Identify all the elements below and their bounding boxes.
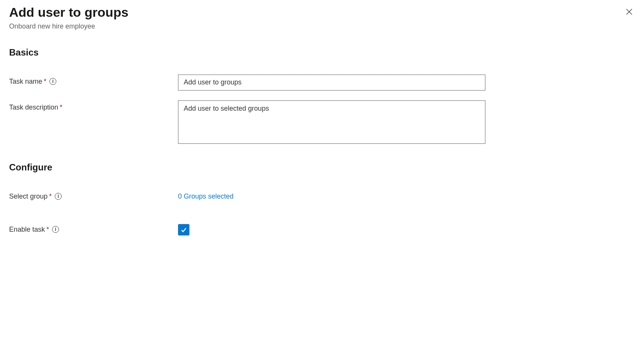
info-icon[interactable]: i xyxy=(55,193,62,200)
select-group-link[interactable]: 0 Groups selected xyxy=(178,189,234,200)
info-icon[interactable]: i xyxy=(49,78,56,85)
task-name-input[interactable] xyxy=(178,75,485,91)
task-description-label: Task description * xyxy=(9,100,178,111)
page-subtitle: Onboard new hire employee xyxy=(9,22,129,30)
close-button[interactable] xyxy=(623,6,635,19)
checkmark-icon xyxy=(180,226,188,234)
task-description-input[interactable] xyxy=(178,100,485,144)
required-indicator: * xyxy=(46,226,49,234)
enable-task-label: Enable task * i xyxy=(9,223,178,234)
required-indicator: * xyxy=(60,103,62,111)
select-group-label: Select group * i xyxy=(9,189,178,200)
task-name-label: Task name * i xyxy=(9,75,178,86)
configure-heading: Configure xyxy=(9,162,635,173)
info-icon[interactable]: i xyxy=(52,226,59,233)
enable-task-checkbox[interactable] xyxy=(178,224,189,235)
page-title: Add user to groups xyxy=(9,5,129,20)
required-indicator: * xyxy=(44,78,46,86)
required-indicator: * xyxy=(49,192,52,200)
close-icon xyxy=(625,8,633,16)
basics-heading: Basics xyxy=(9,47,635,58)
